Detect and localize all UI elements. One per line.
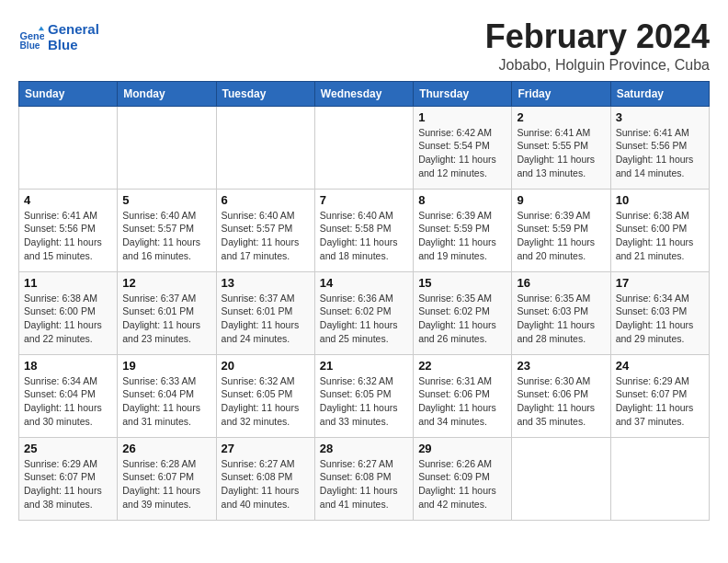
- day-number: 11: [24, 276, 112, 290]
- day-info: Sunrise: 6:32 AMSunset: 6:05 PMDaylight:…: [222, 374, 310, 429]
- calendar-week-row: 18Sunrise: 6:34 AMSunset: 6:04 PMDayligh…: [19, 354, 710, 437]
- day-info: Sunrise: 6:39 AMSunset: 5:59 PMDaylight:…: [517, 209, 605, 263]
- svg-text:General: General: [20, 29, 44, 40]
- day-info: Sunrise: 6:35 AMSunset: 6:03 PMDaylight:…: [517, 292, 605, 346]
- calendar-cell: 19Sunrise: 6:33 AMSunset: 6:04 PMDayligh…: [118, 354, 216, 437]
- page-subtitle: Jobabo, Holguin Province, Cuba: [485, 57, 710, 74]
- weekday-header: Monday: [118, 81, 216, 106]
- svg-marker-2: [39, 26, 44, 30]
- day-info: Sunrise: 6:27 AMSunset: 6:08 PMDaylight:…: [222, 457, 310, 511]
- calendar-week-row: 4Sunrise: 6:41 AMSunset: 5:56 PMDaylight…: [19, 189, 710, 271]
- day-info: Sunrise: 6:37 AMSunset: 6:01 PMDaylight:…: [222, 292, 310, 346]
- logo: General Blue General Blue: [18, 22, 99, 52]
- svg-text:Blue: Blue: [20, 40, 40, 50]
- calendar-cell: 18Sunrise: 6:34 AMSunset: 6:04 PMDayligh…: [19, 354, 118, 437]
- calendar-cell: 5Sunrise: 6:40 AMSunset: 5:57 PMDaylight…: [118, 189, 216, 271]
- day-number: 24: [616, 359, 704, 373]
- calendar-cell: 10Sunrise: 6:38 AMSunset: 6:00 PMDayligh…: [610, 189, 709, 271]
- calendar-cell: [19, 106, 118, 189]
- calendar-cell: 6Sunrise: 6:40 AMSunset: 5:57 PMDaylight…: [216, 189, 314, 271]
- calendar-cell: 9Sunrise: 6:39 AMSunset: 5:59 PMDaylight…: [512, 189, 610, 271]
- day-number: 13: [222, 276, 310, 290]
- day-info: Sunrise: 6:33 AMSunset: 6:04 PMDaylight:…: [122, 374, 210, 429]
- logo-icon: General Blue: [18, 25, 44, 51]
- day-number: 7: [320, 193, 408, 207]
- calendar-table: SundayMondayTuesdayWednesdayThursdayFrid…: [18, 81, 710, 521]
- day-info: Sunrise: 6:41 AMSunset: 5:56 PMDaylight:…: [24, 209, 112, 263]
- day-info: Sunrise: 6:29 AMSunset: 6:07 PMDaylight:…: [24, 457, 112, 511]
- day-number: 10: [616, 193, 704, 207]
- day-info: Sunrise: 6:40 AMSunset: 5:57 PMDaylight:…: [122, 209, 210, 263]
- title-block: February 2024 Jobabo, Holguin Province, …: [485, 18, 710, 74]
- day-info: Sunrise: 6:40 AMSunset: 5:58 PMDaylight:…: [320, 209, 408, 263]
- day-number: 3: [616, 110, 704, 124]
- calendar-cell: 25Sunrise: 6:29 AMSunset: 6:07 PMDayligh…: [19, 437, 118, 520]
- calendar-cell: [216, 106, 314, 189]
- day-number: 1: [418, 110, 506, 124]
- calendar-cell: 16Sunrise: 6:35 AMSunset: 6:03 PMDayligh…: [512, 271, 610, 354]
- day-number: 16: [517, 276, 605, 290]
- calendar-cell: 13Sunrise: 6:37 AMSunset: 6:01 PMDayligh…: [216, 271, 314, 354]
- calendar-cell: 17Sunrise: 6:34 AMSunset: 6:03 PMDayligh…: [610, 271, 709, 354]
- day-info: Sunrise: 6:28 AMSunset: 6:07 PMDaylight:…: [122, 457, 210, 511]
- day-number: 26: [122, 442, 210, 455]
- day-info: Sunrise: 6:42 AMSunset: 5:54 PMDaylight:…: [418, 126, 506, 180]
- day-info: Sunrise: 6:36 AMSunset: 6:02 PMDaylight:…: [320, 292, 408, 346]
- day-number: 27: [222, 442, 310, 455]
- day-info: Sunrise: 6:27 AMSunset: 6:08 PMDaylight:…: [320, 457, 408, 511]
- day-info: Sunrise: 6:31 AMSunset: 6:06 PMDaylight:…: [418, 374, 506, 429]
- day-number: 14: [320, 276, 408, 290]
- day-number: 4: [24, 193, 112, 207]
- day-number: 19: [122, 359, 210, 373]
- calendar-cell: 26Sunrise: 6:28 AMSunset: 6:07 PMDayligh…: [118, 437, 216, 520]
- day-info: Sunrise: 6:37 AMSunset: 6:01 PMDaylight:…: [122, 292, 210, 346]
- day-number: 12: [122, 276, 210, 290]
- day-number: 8: [418, 193, 506, 207]
- day-number: 2: [517, 110, 605, 124]
- calendar-cell: 28Sunrise: 6:27 AMSunset: 6:08 PMDayligh…: [314, 437, 413, 520]
- day-info: Sunrise: 6:30 AMSunset: 6:06 PMDaylight:…: [517, 374, 605, 429]
- weekday-header: Wednesday: [314, 81, 413, 106]
- day-info: Sunrise: 6:41 AMSunset: 5:55 PMDaylight:…: [517, 126, 605, 180]
- calendar-cell: 27Sunrise: 6:27 AMSunset: 6:08 PMDayligh…: [216, 437, 314, 520]
- day-info: Sunrise: 6:38 AMSunset: 6:00 PMDaylight:…: [24, 292, 112, 346]
- calendar-cell: 15Sunrise: 6:35 AMSunset: 6:02 PMDayligh…: [414, 271, 512, 354]
- calendar-cell: 29Sunrise: 6:26 AMSunset: 6:09 PMDayligh…: [414, 437, 512, 520]
- calendar-cell: 4Sunrise: 6:41 AMSunset: 5:56 PMDaylight…: [19, 189, 118, 271]
- day-info: Sunrise: 6:38 AMSunset: 6:00 PMDaylight:…: [616, 209, 704, 263]
- day-number: 17: [616, 276, 704, 290]
- calendar-cell: 21Sunrise: 6:32 AMSunset: 6:05 PMDayligh…: [314, 354, 413, 437]
- day-number: 15: [418, 276, 506, 290]
- calendar-cell: 2Sunrise: 6:41 AMSunset: 5:55 PMDaylight…: [512, 106, 610, 189]
- calendar-cell: 1Sunrise: 6:42 AMSunset: 5:54 PMDaylight…: [414, 106, 512, 189]
- day-number: 5: [122, 193, 210, 207]
- day-info: Sunrise: 6:34 AMSunset: 6:04 PMDaylight:…: [24, 374, 112, 429]
- calendar-cell: 11Sunrise: 6:38 AMSunset: 6:00 PMDayligh…: [19, 271, 118, 354]
- calendar-week-row: 1Sunrise: 6:42 AMSunset: 5:54 PMDaylight…: [19, 106, 710, 189]
- calendar-cell: [314, 106, 413, 189]
- calendar-week-row: 11Sunrise: 6:38 AMSunset: 6:00 PMDayligh…: [19, 271, 710, 354]
- calendar-week-row: 25Sunrise: 6:29 AMSunset: 6:07 PMDayligh…: [19, 437, 710, 520]
- calendar-cell: [118, 106, 216, 189]
- weekday-header: Thursday: [414, 81, 512, 106]
- day-number: 28: [320, 442, 408, 455]
- day-number: 6: [222, 193, 310, 207]
- calendar-cell: 7Sunrise: 6:40 AMSunset: 5:58 PMDaylight…: [314, 189, 413, 271]
- page-title: February 2024: [485, 18, 710, 55]
- day-number: 23: [517, 359, 605, 373]
- weekday-header: Saturday: [610, 81, 709, 106]
- calendar-cell: 12Sunrise: 6:37 AMSunset: 6:01 PMDayligh…: [118, 271, 216, 354]
- day-number: 9: [517, 193, 605, 207]
- day-number: 22: [418, 359, 506, 373]
- day-info: Sunrise: 6:40 AMSunset: 5:57 PMDaylight:…: [222, 209, 310, 263]
- day-number: 25: [24, 442, 112, 455]
- weekday-header: Tuesday: [216, 81, 314, 106]
- calendar-cell: [610, 437, 709, 520]
- day-info: Sunrise: 6:35 AMSunset: 6:02 PMDaylight:…: [418, 292, 506, 346]
- day-number: 21: [320, 359, 408, 373]
- day-info: Sunrise: 6:29 AMSunset: 6:07 PMDaylight:…: [616, 374, 704, 429]
- weekday-header: Sunday: [19, 81, 118, 106]
- calendar-cell: 3Sunrise: 6:41 AMSunset: 5:56 PMDaylight…: [610, 106, 709, 189]
- page-header: General Blue General Blue February 2024 …: [18, 18, 710, 74]
- calendar-header-row: SundayMondayTuesdayWednesdayThursdayFrid…: [19, 81, 710, 106]
